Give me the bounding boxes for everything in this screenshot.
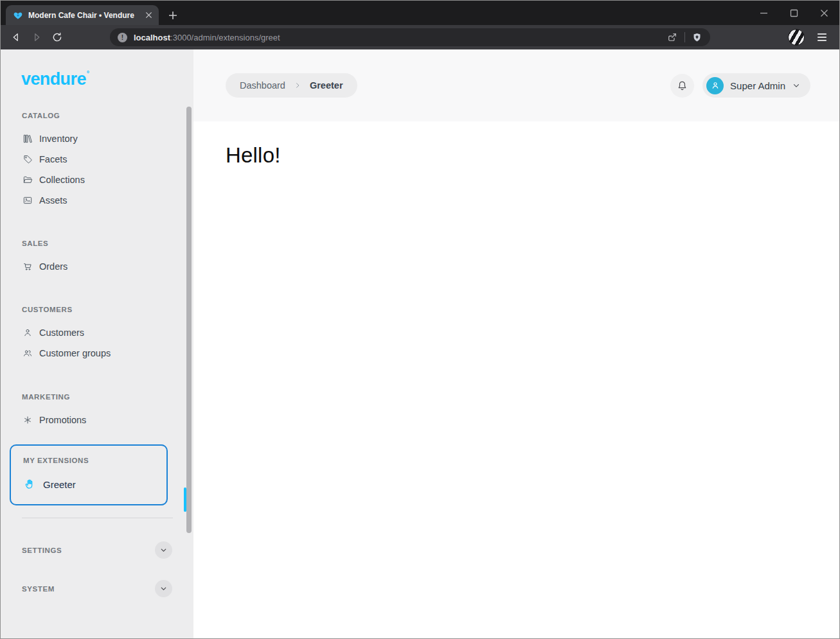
sidebar-section-customers: CUSTOMERS Customers Customer groups	[1, 306, 193, 363]
sidebar-section-system[interactable]: SYSTEM	[22, 580, 172, 597]
browser-titlebar: Modern Cafe Chair • Vendure	[1, 1, 839, 25]
chevron-down-icon	[159, 546, 168, 554]
profile-avatar[interactable]	[788, 29, 805, 46]
sidebar-item-orders[interactable]: Orders	[1, 256, 193, 277]
close-window-icon[interactable]	[809, 1, 839, 25]
brave-shield-icon[interactable]	[692, 32, 702, 43]
url-host: localhost	[134, 33, 170, 42]
user-avatar	[706, 77, 724, 94]
sidebar-section-catalog: CATALOG Inventory Facets Collections Ass…	[1, 112, 193, 211]
breadcrumb: Dashboard Greeter	[226, 73, 357, 98]
tag-icon	[22, 154, 33, 164]
sidebar-item-label: Greeter	[43, 479, 76, 490]
image-icon	[22, 195, 33, 206]
my-extensions-box: MY EXTENSIONS Greeter	[10, 444, 168, 505]
sidebar-item-inventory[interactable]: Inventory	[1, 128, 193, 149]
sidebar: vendure° CATALOG Inventory Facets Collec…	[1, 49, 193, 638]
menu-icon[interactable]	[814, 29, 830, 46]
folder-icon	[22, 175, 33, 185]
window-controls	[749, 1, 839, 25]
chevron-down-icon	[159, 584, 168, 593]
chevron-right-icon	[294, 82, 301, 89]
urlbar-divider	[684, 32, 685, 42]
section-label-customers: CUSTOMERS	[22, 306, 193, 313]
url-text[interactable]: localhost:3000/admin/extensions/greet	[134, 33, 666, 42]
user-name: Super Admin	[730, 80, 785, 91]
browser-navbar: ! localhost:3000/admin/extensions/greet	[1, 25, 839, 49]
user-menu[interactable]: Super Admin	[702, 73, 810, 98]
sidebar-item-label: Facets	[39, 154, 67, 164]
notifications-button[interactable]	[670, 74, 694, 98]
site-info-icon[interactable]: !	[118, 33, 127, 42]
share-icon[interactable]	[666, 31, 678, 43]
sidebar-item-label: Promotions	[39, 415, 86, 425]
reload-icon[interactable]	[48, 28, 66, 46]
sidebar-item-facets[interactable]: Facets	[1, 149, 193, 170]
sidebar-item-label: Collections	[39, 175, 85, 185]
url-bar[interactable]: ! localhost:3000/admin/extensions/greet	[110, 28, 710, 46]
sidebar-item-customers[interactable]: Customers	[1, 322, 193, 343]
sidebar-section-sales: SALES Orders	[1, 240, 193, 277]
sidebar-item-customer-groups[interactable]: Customer groups	[1, 343, 193, 363]
section-label-marketing: MARKETING	[22, 393, 193, 401]
chevron-down-icon	[792, 81, 801, 90]
minimize-icon[interactable]	[749, 1, 779, 25]
user-icon	[22, 328, 33, 338]
settings-expand-button[interactable]	[155, 541, 172, 559]
bell-icon	[676, 80, 688, 92]
section-label-system: SYSTEM	[22, 585, 55, 593]
vendure-logo[interactable]: vendure°	[21, 70, 193, 88]
user-icon	[710, 80, 720, 91]
main-area: Dashboard Greeter Super Admin	[193, 49, 839, 638]
browser-window: Modern Cafe Chair • Vendure	[0, 0, 840, 639]
vendure-favicon	[13, 10, 23, 21]
app-body: vendure° CATALOG Inventory Facets Collec…	[1, 49, 839, 638]
sidebar-section-marketing: MARKETING Promotions	[1, 393, 193, 430]
asterisk-icon	[22, 415, 33, 425]
maximize-icon[interactable]	[779, 1, 809, 25]
tab-title: Modern Cafe Chair • Vendure	[28, 11, 140, 20]
new-tab-icon[interactable]	[165, 8, 181, 23]
main-header: Dashboard Greeter Super Admin	[193, 49, 839, 121]
breadcrumb-dashboard[interactable]: Dashboard	[240, 80, 285, 91]
sidebar-divider	[22, 518, 173, 518]
sidebar-item-greeter[interactable]: Greeter	[11, 474, 166, 495]
sidebar-scrollbar[interactable]	[186, 107, 192, 533]
browser-tab[interactable]: Modern Cafe Chair • Vendure	[6, 5, 159, 25]
back-icon[interactable]	[7, 28, 25, 46]
header-actions: Super Admin	[670, 73, 810, 98]
sidebar-item-collections[interactable]: Collections	[1, 170, 193, 190]
hand-icon	[24, 478, 35, 490]
sidebar-item-label: Assets	[39, 195, 67, 206]
section-label-my-extensions: MY EXTENSIONS	[23, 457, 166, 464]
page-content: Hello!	[193, 121, 839, 168]
tab-close-icon[interactable]	[145, 12, 152, 19]
sidebar-section-settings[interactable]: SETTINGS	[22, 541, 172, 559]
section-label-catalog: CATALOG	[22, 112, 193, 119]
sidebar-item-label: Customer groups	[39, 348, 111, 358]
section-label-sales: SALES	[22, 240, 193, 247]
sidebar-item-promotions[interactable]: Promotions	[1, 410, 193, 430]
breadcrumb-greeter: Greeter	[310, 80, 343, 91]
system-expand-button[interactable]	[155, 580, 172, 597]
cart-icon	[22, 261, 33, 272]
logo-text: vendure	[21, 69, 86, 89]
urlbar-actions	[666, 31, 702, 43]
sidebar-item-label: Inventory	[39, 134, 78, 144]
users-icon	[22, 348, 33, 358]
sidebar-item-assets[interactable]: Assets	[1, 190, 193, 211]
url-path: :3000/admin/extensions/greet	[170, 33, 280, 42]
sidebar-item-label: Orders	[39, 261, 67, 272]
forward-icon[interactable]	[28, 28, 46, 46]
section-label-settings: SETTINGS	[22, 547, 62, 554]
greeting-heading: Hello!	[226, 143, 839, 168]
library-icon	[22, 134, 33, 144]
sidebar-item-label: Customers	[39, 328, 84, 338]
logo-trademark: °	[87, 69, 89, 77]
